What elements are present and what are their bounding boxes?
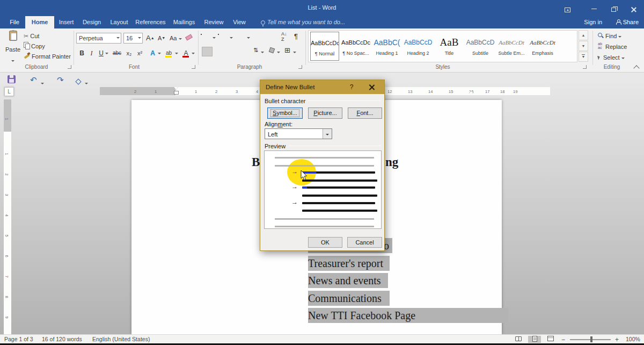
clear-formatting-button[interactable] — [186, 33, 192, 44]
italic-button[interactable]: I — [87, 48, 96, 59]
numbering-dropdown[interactable] — [230, 32, 235, 42]
page-indicator[interactable]: Page 1 of 3 — [4, 336, 33, 342]
cut-button[interactable]: ✂ Cut — [24, 31, 39, 41]
undo-button[interactable]: ↶ — [30, 75, 37, 85]
save-button[interactable] — [8, 75, 16, 85]
dialog-help-button[interactable]: ? — [346, 83, 357, 91]
styles-scroll-up-button[interactable]: ▲ — [579, 30, 588, 40]
tab-insert[interactable]: Insert — [54, 16, 78, 28]
picture-button[interactable]: Picture... — [308, 107, 342, 119]
increase-indent-button[interactable] — [267, 32, 278, 42]
restore-button[interactable] — [604, 3, 623, 13]
redo-button[interactable]: ↷ — [57, 75, 64, 85]
share-button[interactable]: Share — [616, 16, 639, 28]
dropdown-chevron-icon[interactable] — [323, 129, 332, 139]
read-mode-button[interactable] — [512, 336, 525, 343]
line-spacing-dropdown[interactable] — [261, 47, 266, 56]
dialog-close-button[interactable] — [365, 83, 378, 91]
first-line-indent-marker[interactable] — [174, 87, 178, 91]
style-card-heading-1[interactable]: AaBbC(Heading 1 — [372, 32, 401, 61]
font-color-button[interactable]: A — [181, 48, 191, 59]
tab-design[interactable]: Design — [78, 16, 105, 28]
ok-button[interactable]: OK — [308, 237, 342, 248]
superscript-button[interactable]: x² — [135, 48, 144, 59]
ribbon-display-options-icon[interactable] — [558, 3, 576, 13]
doc-list-item[interactable]: Communications — [308, 291, 382, 306]
tab-home[interactable]: Home — [25, 16, 54, 28]
language-indicator[interactable]: English (United States) — [92, 336, 150, 342]
styles-more-button[interactable]: ▼ — [579, 52, 588, 62]
paste-button[interactable]: Paste — [4, 31, 21, 61]
align-left-button[interactable] — [202, 47, 213, 56]
tab-stop-selector[interactable]: L — [4, 87, 14, 96]
style-card-no-spac[interactable]: AaBbCcDc¶ No Spac... — [341, 32, 370, 61]
right-indent-marker[interactable] — [469, 91, 473, 94]
copy-button[interactable]: Copy — [24, 41, 45, 52]
minimize-button[interactable] — [585, 3, 603, 13]
style-card-normal[interactable]: AaBbCcDc¶ Normal — [310, 32, 339, 61]
font-dialog-launcher[interactable] — [192, 65, 195, 69]
zoom-out-button[interactable]: − — [561, 336, 565, 343]
highlight-button[interactable]: ab — [164, 48, 173, 59]
decrease-indent-button[interactable] — [255, 32, 266, 42]
bullets-button[interactable] — [202, 32, 213, 42]
select-button[interactable]: Select — [598, 52, 625, 63]
word-count[interactable]: 16 of 120 words — [42, 336, 82, 342]
font-button[interactable]: Font... — [348, 107, 382, 119]
cancel-button[interactable]: Cancel — [347, 237, 382, 248]
doc-list-item[interactable]: New TTI Facebook Page — [308, 308, 415, 323]
font-size-combobox[interactable]: 16 — [123, 33, 143, 44]
close-button[interactable] — [625, 3, 643, 13]
qat-customize-dropdown[interactable] — [85, 78, 88, 87]
format-painter-button[interactable]: Format Painter — [24, 51, 71, 62]
underline-dropdown[interactable] — [104, 48, 109, 59]
qat-customize-button[interactable] — [76, 75, 80, 84]
borders-dropdown[interactable] — [293, 47, 298, 56]
style-card-title[interactable]: AaBTitle — [435, 32, 464, 61]
clipboard-dialog-launcher[interactable] — [68, 65, 71, 69]
shading-dropdown[interactable] — [277, 47, 282, 56]
zoom-slider-thumb[interactable] — [590, 336, 592, 342]
text-effects-dropdown[interactable] — [157, 48, 162, 59]
multilevel-list-button[interactable] — [236, 32, 247, 42]
web-layout-button[interactable] — [544, 336, 557, 343]
dialog-title-bar[interactable]: Define New Bullet ? — [260, 80, 384, 94]
doc-title-fragment-right[interactable]: ng — [385, 155, 398, 169]
tab-file[interactable]: File — [4, 16, 25, 28]
style-card-subtitle[interactable]: AaBbCcDSubtitle — [466, 32, 495, 61]
replace-button[interactable]: abacReplace — [598, 41, 627, 52]
style-card-heading-2[interactable]: AaBbCcDHeading 2 — [404, 32, 433, 61]
sort-button[interactable]: A↓Z — [281, 31, 292, 41]
doc-list-item[interactable]: Treasurer's report — [308, 256, 383, 271]
alignment-dropdown[interactable]: Left — [265, 128, 332, 139]
highlight-dropdown[interactable] — [174, 48, 179, 59]
shrink-font-button[interactable]: A▼ — [158, 33, 165, 44]
justify-button[interactable] — [237, 47, 248, 56]
align-center-button[interactable] — [214, 47, 224, 56]
find-button[interactable]: Find — [598, 31, 621, 41]
strikethrough-button[interactable]: abc — [111, 48, 123, 59]
doc-list-item[interactable]: News and events — [308, 273, 381, 288]
tab-layout[interactable]: Layout — [105, 16, 133, 28]
tab-view[interactable]: View — [228, 16, 251, 28]
styles-scroll-down-button[interactable]: ▼ — [579, 41, 588, 51]
text-effects-button[interactable]: A — [148, 48, 157, 59]
doc-title-fragment-left[interactable]: B — [252, 155, 260, 169]
tell-me-box[interactable]: Tell me what you want to do... — [261, 16, 345, 28]
bold-button[interactable]: B — [77, 48, 86, 59]
subscript-button[interactable]: x₂ — [125, 48, 134, 59]
style-card-subtle-em[interactable]: AaBbCcDtSubtle Em... — [497, 32, 526, 61]
style-card-emphasis[interactable]: AaBbCcDtEmphasis — [528, 32, 557, 61]
undo-dropdown[interactable] — [41, 78, 44, 87]
print-layout-button[interactable] — [528, 336, 541, 343]
change-case-button[interactable]: Aa — [170, 33, 182, 44]
zoom-in-button[interactable]: + — [615, 336, 619, 343]
align-right-button[interactable] — [225, 47, 236, 56]
zoom-level[interactable]: 100% — [626, 336, 640, 342]
paragraph-dialog-launcher[interactable] — [298, 65, 302, 69]
multilevel-dropdown[interactable] — [247, 32, 252, 42]
numbering-button[interactable] — [219, 32, 230, 42]
font-name-combobox[interactable]: Perpetua — [76, 33, 121, 44]
symbol-button[interactable]: Symbol... — [267, 107, 303, 119]
show-hide-pilcrow-button[interactable]: ¶ — [294, 32, 305, 42]
